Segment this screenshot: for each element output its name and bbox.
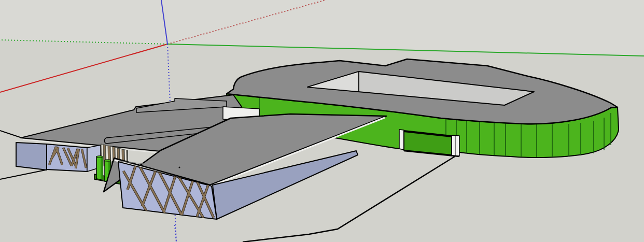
modeling-viewport[interactable]: [0, 0, 644, 242]
door-left-jamb: [399, 130, 404, 150]
viewport-canvas[interactable]: [0, 0, 644, 242]
column-1[interactable]: [96, 156, 103, 180]
roof-point-mark: [179, 167, 180, 168]
west-wall[interactable]: [16, 143, 47, 170]
